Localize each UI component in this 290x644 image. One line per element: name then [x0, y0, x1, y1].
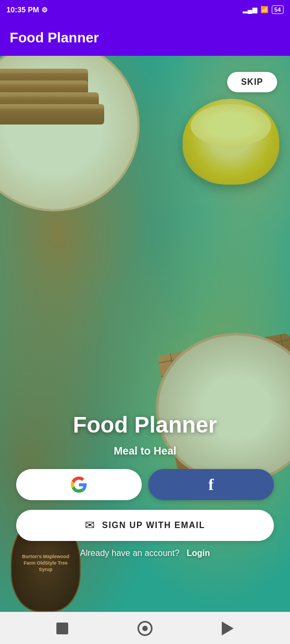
- hero-section: Burton's Maplewood Farm OldStyle Tree Sy…: [0, 56, 290, 644]
- auth-buttons-row: f: [16, 469, 274, 500]
- hero-subtitle: Meal to Heal: [114, 445, 177, 457]
- status-bar: 10:35 PM ⚙ ▂▄▆ 📶 54: [0, 0, 290, 19]
- email-icon: ✉: [85, 518, 95, 532]
- login-link[interactable]: Login: [186, 548, 210, 558]
- google-signin-button[interactable]: [16, 469, 142, 500]
- google-icon: [71, 477, 87, 493]
- content-overlay: Food Planner Meal to Heal f ✉ SIG: [0, 413, 290, 558]
- nav-back-button[interactable]: [222, 621, 234, 635]
- navigation-bar: [0, 612, 290, 644]
- facebook-icon: f: [208, 475, 214, 494]
- wifi-icon: 📶: [260, 6, 269, 13]
- app-header: Food Planner: [0, 19, 290, 56]
- signal-icon: ▂▄▆: [243, 6, 257, 13]
- email-button-label: SIGN UP WITH EMAIL: [102, 521, 205, 530]
- hero-title: Food Planner: [73, 413, 217, 437]
- nav-square-button[interactable]: [56, 623, 68, 634]
- status-time: 10:35 PM ⚙: [6, 5, 48, 14]
- login-prompt: Already have an account? Login: [80, 548, 210, 558]
- email-signup-button[interactable]: ✉ SIGN UP WITH EMAIL: [16, 510, 274, 541]
- skip-button[interactable]: SKIP: [227, 72, 277, 92]
- notification-icon: ⚙: [41, 6, 48, 14]
- facebook-signin-button[interactable]: f: [148, 469, 274, 500]
- status-icons: ▂▄▆ 📶 54: [243, 5, 284, 14]
- app-title: Food Planner: [10, 30, 99, 46]
- battery-indicator: 54: [272, 5, 284, 14]
- nav-home-button[interactable]: [137, 621, 153, 636]
